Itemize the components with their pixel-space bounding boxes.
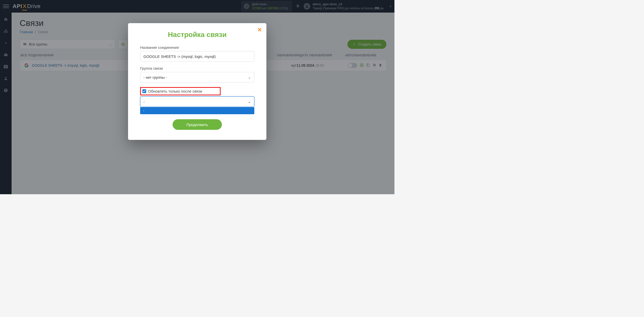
name-field-label: Название соединения <box>140 45 254 50</box>
group-select-value: - нет группы - <box>143 75 167 80</box>
close-icon[interactable]: ✕ <box>257 27 262 33</box>
continue-button[interactable]: Продолжить <box>173 119 222 130</box>
connection-name-input[interactable] <box>140 51 254 62</box>
connection-group-select[interactable]: - нет группы - ⌄ <box>140 72 254 83</box>
modal-title: Настройка связи <box>140 31 254 39</box>
group-field-label: Группа связи <box>140 66 254 70</box>
update-after-checkbox-row[interactable]: Обновлять только после связи <box>140 87 221 95</box>
dropdown-option[interactable]: - <box>140 107 254 114</box>
checkbox-checked-icon <box>142 89 146 93</box>
checkbox-label: Обновлять только после связи <box>148 89 202 93</box>
connection-settings-modal: ✕ Настройка связи Название соединения Гр… <box>128 23 266 140</box>
chevron-down-icon: ⌄ <box>248 75 251 79</box>
chevron-down-icon: ⌄ <box>248 99 251 104</box>
dependent-connection-select[interactable]: - ⌄ <box>140 96 254 107</box>
dependent-select-value: - <box>143 100 145 104</box>
